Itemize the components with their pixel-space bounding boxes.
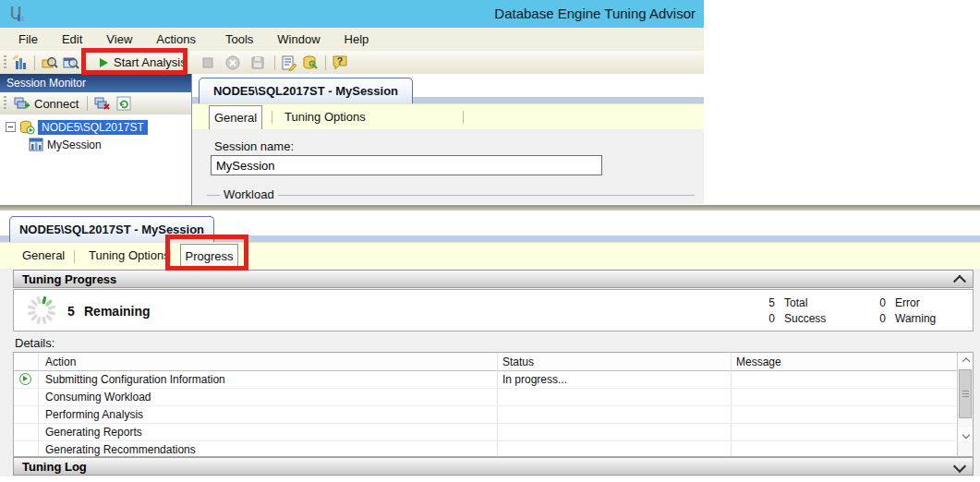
toolbar-separator [87, 96, 88, 111]
top-subtab-row: General Tuning Options [192, 103, 704, 130]
session-name-input[interactable] [211, 155, 602, 175]
progress-spinner-icon [25, 294, 58, 327]
tab-tuning-options[interactable]: Tuning Options [89, 243, 170, 269]
scroll-down-icon[interactable] [959, 428, 973, 441]
toolbar-grip[interactable] [4, 96, 6, 111]
tree-session-label[interactable]: MySession [47, 139, 102, 151]
window-title: Database Engine Tuning Advisor [494, 6, 696, 21]
table-row: Generating Reports [14, 423, 957, 441]
subtab-separator [74, 250, 75, 263]
progress-window: NODE5\SQL2017ST - MySession General Tuni… [0, 211, 980, 482]
remaining-label: Remaining [84, 304, 151, 319]
tree-server-row[interactable]: NODE5\SQL2017ST [0, 118, 191, 136]
tab-tuning-options[interactable]: Tuning Options [284, 104, 366, 130]
toolbar-separator [274, 55, 275, 70]
column-status[interactable]: Status [502, 355, 534, 368]
connect-button[interactable]: Connect [9, 96, 83, 112]
stat-error-value: 0 [867, 296, 886, 309]
cancel-icon[interactable] [224, 54, 242, 71]
menu-window[interactable]: Window [265, 28, 332, 51]
general-tab-content: Session name: Workload [192, 129, 704, 204]
in-progress-icon [19, 373, 31, 385]
connect-icon [14, 97, 30, 111]
tuning-progress-title: Tuning Progress [22, 272, 116, 286]
toolbar-separator [325, 55, 326, 70]
screenshot-root: Database Engine Tuning Advisor File Edit… [0, 0, 980, 482]
column-message[interactable]: Message [736, 355, 781, 368]
new-session-icon[interactable] [11, 54, 29, 71]
progress-summary-panel: 5 Remaining 5 Total 0 Error 0 Success 0 … [13, 289, 974, 331]
stat-total-value: 5 [756, 296, 775, 309]
stat-total-label: Total [784, 296, 807, 309]
row-action: Consuming Workload [45, 391, 151, 404]
collapse-up-icon[interactable] [953, 275, 966, 288]
top-document-tab[interactable]: NODE5\SQL2017ST - MySession [199, 78, 413, 103]
toolbar-grip[interactable] [4, 55, 6, 70]
save-icon[interactable] [249, 54, 267, 71]
vertical-scrollbar[interactable] [957, 353, 973, 456]
tuning-log-header[interactable]: Tuning Log [13, 457, 974, 476]
workload-group-label: Workload [220, 187, 278, 201]
properties-icon[interactable] [281, 54, 298, 71]
stat-success-value: 0 [756, 312, 775, 325]
row-action: Generating Reports [45, 426, 142, 439]
row-action: Performing Analysis [45, 408, 143, 421]
remaining-count: 5 [67, 304, 75, 319]
toolbar-separator [34, 55, 35, 70]
workload-groupbox-border [207, 195, 695, 197]
subtab-separator [463, 111, 464, 124]
highlight-progress-tab [165, 235, 248, 271]
menu-file[interactable]: File [6, 28, 50, 51]
details-table-header: Action Status Message [14, 353, 973, 371]
progress-tab-content: Tuning Progress [0, 269, 980, 482]
stat-warning-label: Warning [895, 312, 936, 325]
open-session-icon[interactable] [41, 54, 58, 71]
bottom-subtab-row: General Tuning Options Progress [0, 242, 980, 270]
row-action: Submitting Configuration Information [45, 373, 225, 386]
highlight-start-analysis [81, 48, 188, 75]
table-row: Consuming Workload [14, 388, 957, 406]
session-tree: NODE5\SQL2017ST MySession [0, 114, 191, 205]
tuning-analyze-icon[interactable] [302, 54, 320, 71]
column-action[interactable]: Action [45, 355, 76, 368]
tuning-progress-header[interactable]: Tuning Progress [13, 270, 974, 288]
menu-tools[interactable]: Tools [213, 28, 265, 51]
session-name-label: Session name: [214, 139, 294, 153]
app-icon [7, 5, 26, 23]
row-action: Generating Recommendations [45, 443, 196, 456]
help-glyph: ? [336, 55, 343, 66]
table-row: Submitting Configuration Information In … [14, 370, 957, 389]
tree-server-label[interactable]: NODE5\SQL2017ST [38, 120, 148, 135]
subtab-separator [272, 111, 272, 124]
tuning-log-title: Tuning Log [22, 460, 87, 474]
table-row: Performing Analysis [14, 405, 957, 424]
tree-session-row[interactable]: MySession [29, 136, 191, 153]
scroll-up-icon[interactable] [959, 353, 973, 367]
disconnect-icon[interactable] [93, 95, 111, 113]
stat-warning-value: 0 [867, 312, 886, 325]
scrollbar-thumb[interactable] [959, 369, 972, 418]
help-icon[interactable]: ? [332, 54, 349, 71]
session-monitor-panel: Session Monitor Connect NODE5\SQL2017ST [0, 74, 192, 205]
details-table: Action Status Message Submitting Configu… [13, 352, 974, 457]
server-icon [19, 120, 35, 135]
tab-general[interactable]: General [209, 105, 262, 130]
stop-analysis-icon[interactable] [200, 54, 217, 71]
session-icon [29, 138, 43, 151]
tab-general[interactable]: General [22, 243, 65, 269]
stat-success-label: Success [784, 312, 826, 325]
details-label: Details: [15, 336, 54, 350]
top-document-pane: NODE5\SQL2017ST - MySession General Tuni… [191, 74, 704, 205]
expand-down-icon[interactable] [953, 460, 966, 473]
session-monitor-toolbar: Connect [0, 92, 191, 115]
stat-error-label: Error [895, 296, 920, 309]
open-workload-icon[interactable] [62, 54, 79, 71]
collapse-expander-icon[interactable] [6, 122, 16, 132]
title-bar[interactable]: Database Engine Tuning Advisor [0, 0, 704, 28]
bottom-margin [0, 476, 980, 482]
refresh-icon[interactable] [115, 95, 132, 113]
row-status: In progress... [502, 373, 567, 386]
menu-help[interactable]: Help [333, 28, 381, 51]
table-row: Generating Recommendations [14, 440, 957, 457]
connect-label: Connect [34, 97, 79, 111]
